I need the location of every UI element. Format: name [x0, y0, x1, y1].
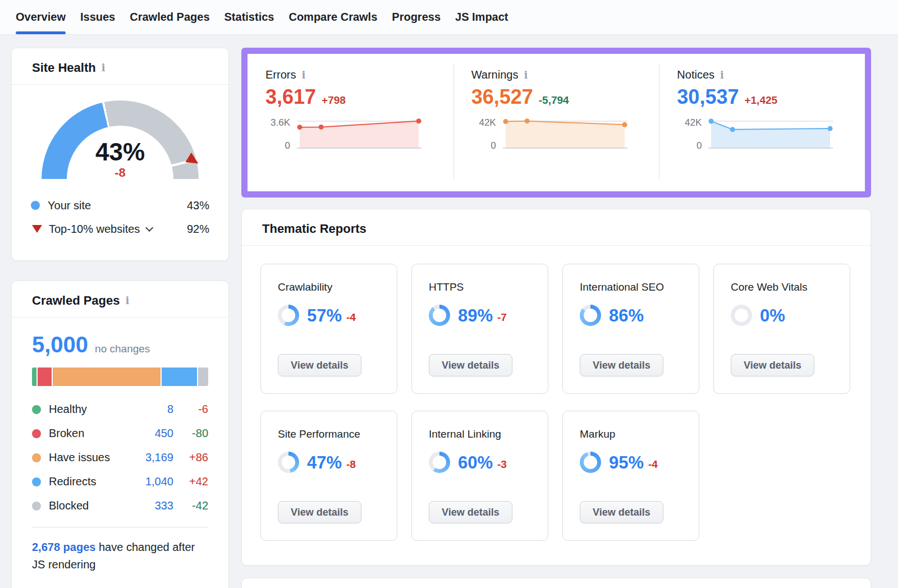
site-health-title: Site Health — [32, 61, 96, 75]
warnings-value[interactable]: 36,527 — [471, 86, 533, 108]
card-title: International SEO — [580, 281, 682, 293]
warnings-delta: -5,794 — [539, 94, 569, 107]
view-details-button[interactable]: View details — [580, 501, 663, 523]
thematic-cards-row-1: Crawlability 57% -4 View details HTTPS 8… — [260, 264, 852, 394]
view-details-button[interactable]: View details — [429, 501, 512, 523]
card-title: Core Web Vitals — [731, 281, 833, 293]
notices-delta: +1,425 — [744, 94, 777, 107]
site-health-legend: Your site 43% Top-10% websites 92% — [12, 179, 228, 241]
warnings-trend-chart — [503, 118, 627, 151]
crawlability-donut-chart — [278, 305, 299, 326]
view-details-button[interactable]: View details — [429, 354, 512, 376]
info-icon[interactable]: i — [126, 296, 130, 306]
legend-row-redirects: Redirects 1,040 +42 — [32, 470, 208, 494]
card-site-performance: Site Performance 47% -8 View details — [260, 411, 397, 541]
view-details-button[interactable]: View details — [580, 354, 663, 376]
thematic-reports-panel: Thematic Reports Crawlability 57% -4 Vie… — [241, 209, 871, 566]
crawled-pages-title: Crawled Pages — [32, 293, 120, 308]
y-tick-max: 42K — [677, 118, 702, 127]
site-performance-delta: -8 — [346, 454, 356, 471]
tab-compare-crawls[interactable]: Compare Crawls — [288, 0, 377, 34]
warnings-metric: Warnings i 36,527 -5,794 42K 0 — [453, 54, 659, 191]
green-dot-icon — [32, 405, 41, 414]
legend-row-your-site: Your site 43% — [31, 194, 209, 217]
y-tick-max: 3.6K — [265, 118, 290, 127]
bar-segment-broken — [38, 368, 52, 386]
blue-dot-icon — [31, 201, 40, 210]
crawlability-percent: 57% — [307, 307, 342, 324]
https-donut-chart — [429, 305, 450, 326]
blocked-change: -42 — [173, 499, 208, 512]
tab-crawled-pages[interactable]: Crawled Pages — [130, 0, 209, 34]
healthy-value[interactable]: 8 — [167, 403, 173, 416]
notices-value[interactable]: 30,537 — [677, 86, 739, 108]
errors-metric: Errors i 3,617 +798 3.6K 0 — [248, 54, 453, 191]
y-tick-zero: 0 — [677, 141, 702, 150]
thematic-reports-header: Thematic Reports — [242, 209, 870, 246]
errors-sparkline: 3.6K 0 — [265, 118, 453, 151]
info-icon[interactable]: i — [720, 70, 724, 80]
legend-row-healthy: Healthy 8 -6 — [32, 397, 208, 421]
bar-segment-healthy — [32, 368, 36, 386]
view-details-button[interactable]: View details — [278, 354, 361, 376]
your-site-label: Your site — [48, 199, 91, 212]
redirects-change: +42 — [173, 475, 208, 488]
errors-delta: +798 — [322, 94, 346, 107]
info-icon[interactable]: i — [524, 70, 528, 80]
gray-dot-icon — [32, 502, 41, 511]
legend-row-blocked: Blocked 333 -42 — [32, 494, 208, 518]
next-panel-stub — [241, 578, 871, 588]
site-health-score: 43% — [42, 140, 199, 164]
tab-overview[interactable]: Overview — [16, 0, 66, 34]
crawlability-delta: -4 — [346, 307, 356, 324]
tab-statistics[interactable]: Statistics — [224, 0, 274, 34]
bar-segment-blocked — [198, 368, 208, 386]
site-performance-donut-chart — [278, 452, 299, 473]
site-performance-percent: 47% — [307, 454, 342, 471]
have-issues-change: +86 — [173, 451, 208, 464]
international-seo-percent: 86% — [609, 307, 644, 324]
broken-value[interactable]: 450 — [155, 427, 173, 440]
y-tick-zero: 0 — [471, 141, 496, 150]
card-title: Markup — [580, 428, 682, 440]
crawled-pages-panel: Crawled Pages i 5,000 no changes Healthy… — [11, 281, 229, 588]
international-seo-donut-chart — [580, 305, 601, 326]
thematic-cards-row-2: Site Performance 47% -8 View details Int… — [260, 411, 852, 541]
notices-sparkline: 42K 0 — [677, 118, 865, 151]
orange-dot-icon — [32, 453, 41, 462]
errors-value[interactable]: 3,617 — [265, 86, 316, 108]
tab-bar: Overview Issues Crawled Pages Statistics… — [0, 0, 898, 35]
core-web-vitals-donut-chart — [731, 305, 752, 326]
your-site-value: 43% — [187, 199, 209, 212]
warnings-label: Warnings — [471, 68, 519, 81]
broken-label: Broken — [49, 427, 84, 440]
https-delta: -7 — [497, 307, 507, 324]
markup-delta: -4 — [648, 454, 658, 471]
chevron-down-icon[interactable] — [145, 224, 153, 232]
top10-websites-label: Top-10% websites — [49, 223, 140, 236]
markup-percent: 95% — [609, 454, 644, 471]
changed-pages-link[interactable]: 2,678 pages — [32, 541, 95, 553]
blocked-value[interactable]: 333 — [155, 499, 173, 512]
markup-donut-chart — [580, 452, 601, 473]
view-details-button[interactable]: View details — [731, 354, 814, 376]
red-dot-icon — [32, 429, 41, 438]
redirects-value[interactable]: 1,040 — [145, 475, 173, 488]
view-details-button[interactable]: View details — [278, 501, 361, 523]
have-issues-value[interactable]: 3,169 — [145, 451, 173, 464]
card-https: HTTPS 89% -7 View details — [411, 264, 548, 394]
info-icon[interactable]: i — [102, 63, 106, 73]
tab-progress[interactable]: Progress — [392, 0, 441, 34]
crawled-total-row: 5,000 no changes — [32, 332, 208, 357]
y-tick-zero: 0 — [265, 141, 290, 150]
info-icon[interactable]: i — [301, 70, 305, 80]
issues-summary-highlight-box: Errors i 3,617 +798 3.6K 0 Warnings i 36… — [241, 48, 871, 197]
tab-issues[interactable]: Issues — [80, 0, 115, 34]
core-web-vitals-percent: 0% — [760, 307, 785, 324]
tab-js-impact[interactable]: JS Impact — [455, 0, 508, 34]
healthy-change: -6 — [173, 403, 208, 416]
site-audit-overview-page: { "tabs": { "items": [ { "label": "Overv… — [0, 0, 898, 588]
card-core-web-vitals: Core Web Vitals 0% View details — [713, 264, 850, 394]
crawled-pages-legend: Healthy 8 -6 Broken 450 -80 Have issues … — [32, 397, 208, 518]
site-health-gauge: 43% -8 — [12, 85, 228, 179]
